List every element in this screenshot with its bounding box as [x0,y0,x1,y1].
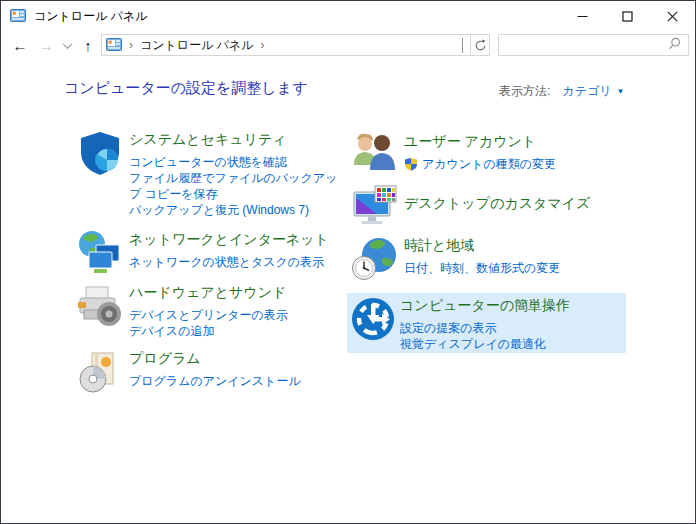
task-add-device[interactable]: デバイスの追加 [129,323,349,339]
chevron-down-icon [462,38,463,53]
task-file-history-backup[interactable]: ファイル履歴でファイルのバックアップ コピーを保存 [129,170,349,202]
navigation-bar: ← → ↑ › コントロール パネル › [1,31,695,59]
refresh-button[interactable] [470,34,490,56]
uac-shield-icon [404,157,418,171]
task-suggested-settings[interactable]: 設定の提案の表示 [400,320,628,336]
task-change-date-time-formats[interactable]: 日付、時刻、数値形式の変更 [404,260,632,276]
category-hardware-sound: ハードウェアとサウンド デバイスとプリンターの表示 デバイスの追加 [76,282,349,339]
link-user-accounts[interactable]: ユーザー アカウント [404,133,632,151]
refresh-icon [474,39,487,52]
category-clock-region: 時計と地域 日付、時刻、数値形式の変更 [351,235,632,283]
control-panel-icon [106,37,122,53]
search-input[interactable] [504,36,668,54]
category-system-security: システムとセキュリティ コンピューターの状態を確認 ファイル履歴でファイルのバッ… [76,129,349,218]
back-button[interactable]: ← [9,31,31,59]
ease-of-access-icon[interactable] [351,297,395,341]
printer-sound-icon[interactable] [76,282,124,330]
task-security-status[interactable]: コンピューターの状態を確認 [129,154,349,170]
task-backup-restore-win7[interactable]: バックアップと復元 (Windows 7) [129,202,349,218]
task-uninstall-program[interactable]: プログラムのアンインストール [129,373,349,389]
task-optimize-visual-display[interactable]: 視覚ディスプレイの最適化 [400,336,628,352]
address-bar[interactable]: › コントロール パネル › [101,34,471,56]
titlebar: コントロール パネル [1,1,695,31]
control-panel-icon [10,8,26,24]
breadcrumb-separator[interactable]: › [261,38,265,52]
category-programs: プログラム プログラムのアンインストール [76,348,349,396]
link-system-security[interactable]: システムとセキュリティ [129,131,349,149]
link-hardware-sound[interactable]: ハードウェアとサウンド [129,284,349,302]
category-ease-of-access: コンピューターの簡単操作 設定の提案の表示 視覚ディスプレイの最適化 [351,295,628,352]
breadcrumb-control-panel[interactable]: コントロール パネル [140,37,254,54]
view-by-label: 表示方法: [499,83,550,100]
user-accounts-people-icon[interactable] [351,131,399,179]
address-dropdown[interactable] [462,38,463,52]
breadcrumb-separator: › [129,38,133,52]
control-panel-window: コントロール パネル ← → ↑ [0,0,696,524]
chevron-down-icon[interactable]: ▼ [616,87,624,96]
link-clock-region[interactable]: 時計と地域 [404,237,632,255]
desktop-personalization-icon[interactable] [351,182,399,230]
search-icon[interactable] [668,36,681,54]
search-box [498,34,689,56]
forward-button[interactable]: → [35,31,57,59]
link-network-internet[interactable]: ネットワークとインターネット [129,231,349,249]
category-network-internet: ネットワークとインターネット ネットワークの状態とタスクの表示 [76,229,349,277]
network-globe-monitors-icon[interactable] [76,229,124,277]
link-ease-of-access[interactable]: コンピューターの簡単操作 [400,297,628,315]
window-controls [560,1,695,31]
view-by-value[interactable]: カテゴリ [562,83,611,100]
recent-pages-dropdown[interactable] [59,31,75,59]
maximize-button[interactable] [605,1,650,31]
minimize-button[interactable] [560,1,605,31]
window-title: コントロール パネル [34,8,148,25]
shield-security-icon[interactable] [76,129,124,177]
close-button[interactable] [650,1,695,31]
view-by-control: 表示方法: カテゴリ ▼ [499,83,624,100]
page-heading: コンピューターの設定を調整します [64,79,308,98]
task-network-status[interactable]: ネットワークの状態とタスクの表示 [129,254,349,270]
task-view-devices-printers[interactable]: デバイスとプリンターの表示 [129,307,349,323]
category-user-accounts: ユーザー アカウント アカウントの種類の変更 [351,131,632,179]
program-box-cd-icon[interactable] [76,348,124,396]
chevron-down-icon [62,39,72,49]
up-button[interactable]: ↑ [77,31,99,59]
task-change-account-type[interactable]: アカウントの種類の変更 [404,156,632,172]
category-appearance-personalization: デスクトップのカスタマイズ [351,182,632,230]
link-programs[interactable]: プログラム [129,350,349,368]
clock-globe-icon[interactable] [351,235,399,283]
link-appearance-personalization[interactable]: デスクトップのカスタマイズ [404,195,632,213]
